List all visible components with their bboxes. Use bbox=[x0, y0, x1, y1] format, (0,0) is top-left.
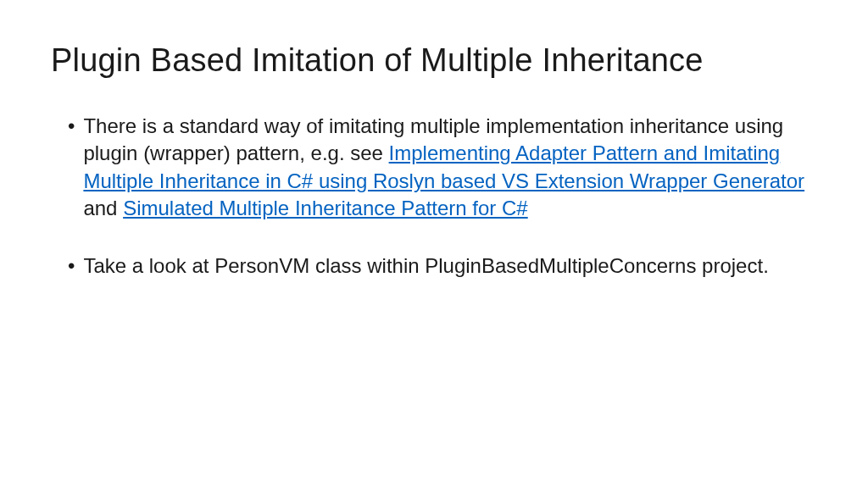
bullet-marker: • bbox=[68, 113, 75, 223]
bullet-text: There is a standard way of imitating mul… bbox=[83, 113, 817, 223]
bullet-text: Take a look at PersonVM class within Plu… bbox=[83, 252, 817, 280]
list-item: • There is a standard way of imitating m… bbox=[68, 113, 817, 223]
text-segment: and bbox=[83, 197, 123, 219]
list-item: • Take a look at PersonVM class within P… bbox=[68, 252, 817, 280]
link-simulated-inheritance[interactable]: Simulated Multiple Inheritance Pattern f… bbox=[123, 197, 528, 219]
slide-content: • There is a standard way of imitating m… bbox=[51, 113, 817, 280]
slide-title: Plugin Based Imitation of Multiple Inher… bbox=[51, 42, 817, 79]
text-segment: Take a look at PersonVM class within Plu… bbox=[83, 254, 768, 277]
bullet-marker: • bbox=[68, 252, 75, 280]
